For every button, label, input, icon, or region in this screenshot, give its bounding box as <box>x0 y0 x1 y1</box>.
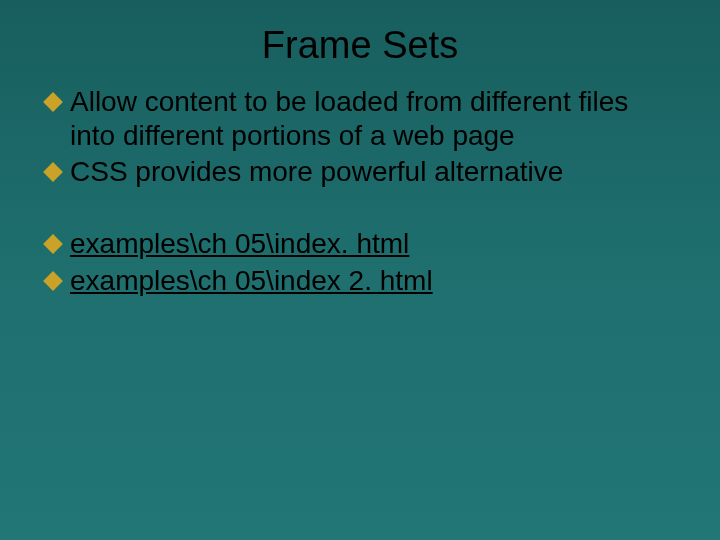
bullet-text: Allow content to be loaded from differen… <box>70 86 628 151</box>
slide-title: Frame Sets <box>0 0 720 85</box>
slide-body: Allow content to be loaded from differen… <box>0 85 720 298</box>
slide: Frame Sets Allow content to be loaded fr… <box>0 0 720 540</box>
bullet-item: Allow content to be loaded from differen… <box>40 85 680 153</box>
diamond-icon <box>43 92 63 112</box>
link-text[interactable]: examples\ch 05\index. html <box>70 228 409 259</box>
bullet-item: CSS provides more powerful alternative <box>40 155 680 189</box>
bullet-list: Allow content to be loaded from differen… <box>40 85 680 189</box>
link-list: examples\ch 05\index. html examples\ch 0… <box>40 227 680 297</box>
diamond-icon <box>43 162 63 182</box>
bullet-item: examples\ch 05\index. html <box>40 227 680 261</box>
bullet-item: examples\ch 05\index 2. html <box>40 264 680 298</box>
link-text[interactable]: examples\ch 05\index 2. html <box>70 265 433 296</box>
bullet-text: CSS provides more powerful alternative <box>70 156 563 187</box>
diamond-icon <box>43 235 63 255</box>
diamond-icon <box>43 271 63 291</box>
spacer <box>40 191 680 227</box>
